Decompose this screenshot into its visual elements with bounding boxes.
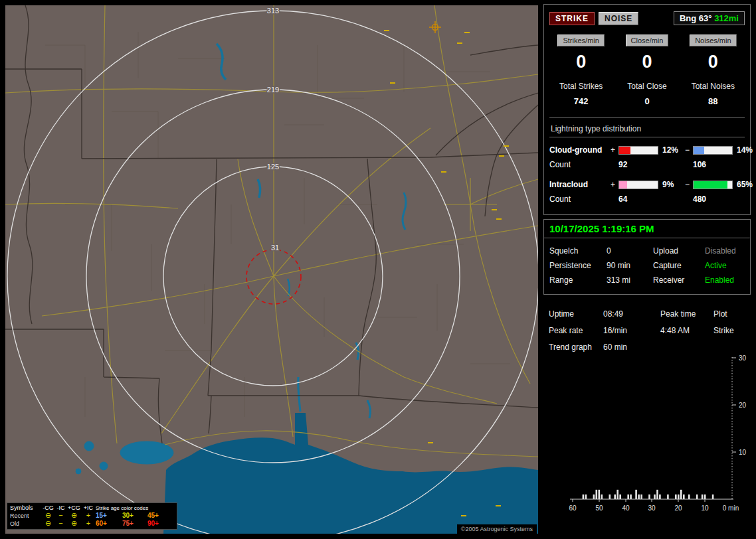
axis-labels: 30 20 10 60 50 40 30 20 10 0 min xyxy=(569,354,746,512)
total-noises-label: Total Noises xyxy=(692,82,735,91)
squelch-label: Squelch xyxy=(549,246,607,256)
plot-value: Strike xyxy=(713,326,745,335)
age-90: 90+ xyxy=(147,520,174,527)
pos-cg-old-icon: ⊕ xyxy=(67,520,81,527)
total-strikes-value: 742 xyxy=(574,96,589,106)
legend-age-header: Strike age color codes xyxy=(96,505,174,511)
neg-cg-recent-icon: ⊖ xyxy=(42,512,54,519)
lightning-map[interactable]: 313 219 125 31 Symbols -CG -IC +CG +IC S… xyxy=(5,5,538,534)
age-45: 45+ xyxy=(147,512,174,519)
cg-minus-bar xyxy=(693,146,733,155)
strike-button[interactable]: STRIKE xyxy=(549,12,595,25)
neg-cg-old-icon: ⊖ xyxy=(42,520,54,527)
receiver-status: Enabled xyxy=(705,275,745,285)
x-tick-0: 0 min xyxy=(723,504,739,512)
legend-col-neg-ic: -IC xyxy=(54,504,67,511)
noises-per-min-value: 0 xyxy=(708,52,718,72)
strikes-per-min-button[interactable]: Strikes/min xyxy=(557,35,604,46)
cloud-ground-label: Cloud-ground xyxy=(549,145,611,155)
total-close-label: Total Close xyxy=(627,82,666,91)
age-60: 60+ xyxy=(96,520,122,527)
ic-minus-count: 480 xyxy=(693,194,733,204)
peak-time-value: 4:48 AM xyxy=(660,326,713,335)
age-15: 15+ xyxy=(96,512,122,519)
copyright-text: ©2005 Astrogenic Systems xyxy=(457,524,537,534)
legend-col-pos-cg: +CG xyxy=(67,504,81,511)
statistics-box: STRIKE NOISE Bng 63° 312mi Strikes/min C… xyxy=(543,4,751,215)
pos-ic-old-icon: + xyxy=(81,520,96,527)
uptime-value: 08:49 xyxy=(603,309,660,319)
x-tick-40: 40 xyxy=(622,504,630,512)
map-canvas: 313 219 125 31 xyxy=(5,5,538,534)
trend-graph-value: 60 min xyxy=(603,343,660,352)
x-tick-20: 20 xyxy=(674,504,682,512)
close-per-min-button[interactable]: Close/min xyxy=(626,35,669,46)
ring-label-219: 219 xyxy=(267,86,279,94)
distribution-title: Lightning type distribution xyxy=(549,117,745,137)
ring-label-31: 31 xyxy=(271,244,279,252)
close-per-min-value: 0 xyxy=(642,52,652,72)
receiver-label: Receiver xyxy=(653,275,705,285)
uptime-label: Uptime xyxy=(549,309,603,319)
x-tick-10: 10 xyxy=(701,504,709,512)
trend-bars xyxy=(583,490,714,499)
trend-graph: 30 20 10 60 50 40 30 20 10 0 min xyxy=(553,354,752,519)
plus-sign: + xyxy=(611,180,618,189)
axis-ticks xyxy=(573,358,736,502)
persistence-value: 90 min xyxy=(607,261,653,270)
minus-sign: − xyxy=(685,145,693,155)
total-noises-value: 88 xyxy=(708,96,717,106)
datetime-display: 10/17/2025 1:19:16 PM xyxy=(544,220,750,238)
persistence-label: Persistence xyxy=(549,261,607,270)
upload-status: Disabled xyxy=(705,246,745,256)
minus-sign: − xyxy=(685,180,693,189)
status-panel: STRIKE NOISE Bng 63° 312mi Strikes/min C… xyxy=(543,4,751,522)
neg-ic-recent-icon: − xyxy=(54,512,67,519)
pos-cg-recent-icon: ⊕ xyxy=(67,512,81,519)
cloud-ground-count-row: Count 92 106 xyxy=(548,160,746,169)
cg-plus-pct: 12% xyxy=(658,145,685,155)
peak-time-label: Peak time xyxy=(660,309,713,319)
capture-status: Active xyxy=(705,261,745,270)
cg-plus-count: 92 xyxy=(618,160,658,169)
cg-minus-pct: 14% xyxy=(733,145,753,155)
noise-button[interactable]: NOISE xyxy=(599,12,638,25)
ring-label-125: 125 xyxy=(267,163,279,171)
peak-rate-value: 16/min xyxy=(603,326,660,335)
squelch-value: 0 xyxy=(607,246,653,256)
range-value: 313 mi xyxy=(607,275,653,285)
legend-col-pos-ic: +IC xyxy=(81,504,96,511)
count-label: Count xyxy=(549,160,611,169)
ic-plus-count: 64 xyxy=(618,194,658,204)
range-label: Range xyxy=(549,275,607,285)
bearing-readout: Bng 63° 312mi xyxy=(674,11,745,25)
total-close-value: 0 xyxy=(644,96,649,106)
plot-label: Plot xyxy=(713,309,745,319)
ring-label-313: 313 xyxy=(267,7,279,15)
intracloud-count-row: Count 64 480 xyxy=(548,194,746,204)
y-tick-20: 20 xyxy=(739,402,747,409)
legend-row-old: Old xyxy=(10,520,42,527)
cloud-ground-row: Cloud-ground + 12% − 14% xyxy=(548,145,746,155)
ic-plus-pct: 9% xyxy=(658,180,685,189)
y-tick-30: 30 xyxy=(739,354,747,362)
cg-plus-bar xyxy=(618,146,658,155)
strikes-per-min-value: 0 xyxy=(576,52,586,72)
count-label: Count xyxy=(549,194,611,204)
x-tick-50: 50 xyxy=(595,504,603,512)
noises-per-min-button[interactable]: Noises/min xyxy=(690,35,736,46)
legend-row-recent: Recent xyxy=(10,512,42,519)
ic-plus-bar xyxy=(618,181,658,189)
y-tick-10: 10 xyxy=(739,449,747,456)
age-75: 75+ xyxy=(122,520,147,527)
ic-minus-pct: 65% xyxy=(733,180,753,189)
neg-ic-old-icon: − xyxy=(54,520,67,527)
legend-col-neg-cg: -CG xyxy=(42,504,54,511)
pos-ic-recent-icon: + xyxy=(81,512,96,519)
peak-rate-label: Peak rate xyxy=(549,326,603,335)
distance-value: 312mi xyxy=(714,13,739,23)
cg-minus-count: 106 xyxy=(693,160,733,169)
uptime-section: Uptime 08:49 Peak time Plot Peak rate 16… xyxy=(543,309,751,352)
x-tick-30: 30 xyxy=(648,504,656,512)
intracloud-label: Intracloud xyxy=(549,180,611,189)
